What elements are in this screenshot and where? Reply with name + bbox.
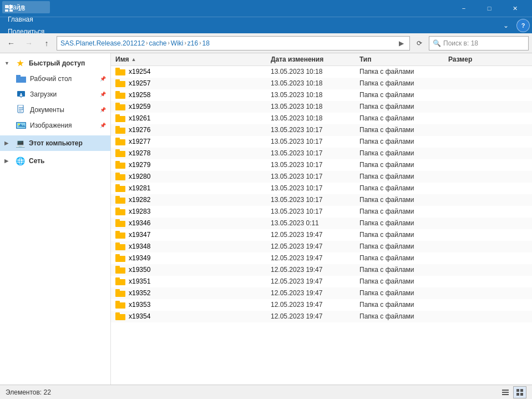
folder-icon xyxy=(115,68,125,75)
folder-icon xyxy=(115,103,125,110)
file-name-text: x19279 xyxy=(129,161,150,169)
forward-button[interactable]: → xyxy=(21,36,37,51)
table-row[interactable]: x19283 13.05.2023 10:17 Папка с файлами xyxy=(111,206,532,218)
table-row[interactable]: x19348 12.05.2023 19:47 Папка с файлами xyxy=(111,241,532,252)
file-type-cell: Папка с файлами xyxy=(359,277,448,285)
up-button[interactable]: ↑ xyxy=(39,36,54,51)
table-row[interactable]: x19346 13.05.2023 0:11 Папка с файлами xyxy=(111,218,532,229)
column-type[interactable]: Тип xyxy=(359,55,448,63)
file-date-cell: 13.05.2023 10:17 xyxy=(271,184,359,192)
sidebar-item-рабочий-стол[interactable]: Рабочий стол📌 xyxy=(0,71,110,87)
detail-view-button[interactable] xyxy=(513,386,526,398)
menu-right: ⌄ ? xyxy=(498,19,530,32)
file-name-text: x19349 xyxy=(129,254,150,262)
svg-rect-22 xyxy=(520,393,523,396)
refresh-button[interactable]: ⟳ xyxy=(412,36,427,50)
minimize-button[interactable]: − xyxy=(451,0,477,17)
search-icon: 🔍 xyxy=(433,39,441,47)
table-row[interactable]: x19349 12.05.2023 19:47 Папка с файлами xyxy=(111,252,532,264)
file-type-cell: Папка с файлами xyxy=(359,114,448,122)
file-name-cell: x19281 xyxy=(115,184,271,192)
maximize-button[interactable]: □ xyxy=(477,0,502,17)
folder-icon xyxy=(115,277,125,285)
column-date[interactable]: Дата изменения xyxy=(271,55,359,63)
table-row[interactable]: x19278 13.05.2023 10:17 Папка с файлами xyxy=(111,148,532,159)
table-row[interactable]: x19352 12.05.2023 19:47 Папка с файлами xyxy=(111,287,532,299)
folder-icon xyxy=(115,289,125,297)
column-name-label: Имя xyxy=(115,55,129,63)
file-type-cell: Папка с файлами xyxy=(359,243,448,250)
this-pc-toggle: ▶ xyxy=(4,140,13,146)
file-name-cell: x19354 xyxy=(115,312,271,320)
file-name-cell: x19278 xyxy=(115,149,271,157)
file-name-cell: x19259 xyxy=(115,103,271,110)
network-icon: 🌐 xyxy=(14,155,26,166)
address-path[interactable]: SAS.Planet.Release.201212 › cache › Wiki… xyxy=(57,36,410,50)
file-date-cell: 13.05.2023 0:11 xyxy=(271,219,359,227)
file-type-cell: Папка с файлами xyxy=(359,301,448,309)
quick-access-header[interactable]: ▼ ★ Быстрый доступ xyxy=(0,55,110,71)
search-box[interactable]: 🔍 Поиск в: 18 xyxy=(429,36,529,50)
network-header[interactable]: ▶ 🌐 Сеть xyxy=(0,153,110,169)
column-name[interactable]: Имя ▲ xyxy=(115,55,271,63)
table-row[interactable]: x19282 13.05.2023 10:17 Папка с файлами xyxy=(111,194,532,206)
file-name-cell: x19279 xyxy=(115,161,271,169)
sidebar-item-изображения[interactable]: Изображения📌 xyxy=(0,118,110,133)
folder-icon xyxy=(115,301,125,309)
table-row[interactable]: x19258 13.05.2023 10:18 Папка с файлами xyxy=(111,89,532,101)
file-type-cell: Папка с файлами xyxy=(359,196,448,204)
file-type-cell: Папка с файлами xyxy=(359,208,448,215)
table-row[interactable]: x19354 12.05.2023 19:47 Папка с файлами xyxy=(111,311,532,322)
folder-icon xyxy=(115,91,125,99)
path-segment-sas[interactable]: SAS.Planet.Release.201212 xyxy=(60,39,145,47)
table-row[interactable]: x19280 13.05.2023 10:17 Папка с файлами xyxy=(111,171,532,183)
table-row[interactable]: x19350 12.05.2023 19:47 Папка с файлами xyxy=(111,264,532,276)
path-segment-18[interactable]: 18 xyxy=(202,39,210,47)
file-type-cell: Папка с файлами xyxy=(359,149,448,157)
table-row[interactable]: x19281 13.05.2023 10:17 Папка с файлами xyxy=(111,183,532,194)
column-size[interactable]: Размер xyxy=(448,55,504,63)
svg-rect-19 xyxy=(516,389,519,392)
menu-item-file[interactable]: Файл xyxy=(2,1,50,13)
this-pc-label: Этот компьютер xyxy=(29,139,83,147)
window-title: 18 xyxy=(18,4,451,12)
file-date-cell: 13.05.2023 10:18 xyxy=(271,91,359,99)
menu-item-home[interactable]: Главная xyxy=(2,13,50,26)
path-segment-wiki[interactable]: Wiki xyxy=(171,39,184,47)
file-date-cell: 12.05.2023 19:47 xyxy=(271,289,359,297)
folder-icon xyxy=(115,254,125,262)
help-button[interactable]: ? xyxy=(516,19,530,32)
file-rows-container: x19254 13.05.2023 10:18 Папка с файлами … xyxy=(111,66,532,322)
file-name-text: x19277 xyxy=(129,138,150,145)
table-row[interactable]: x19261 13.05.2023 10:18 Папка с файлами xyxy=(111,113,532,124)
file-name-cell: x19350 xyxy=(115,266,271,274)
list-view-button[interactable] xyxy=(499,386,512,398)
table-row[interactable]: x19257 13.05.2023 10:18 Папка с файлами xyxy=(111,78,532,89)
table-row[interactable]: x19254 13.05.2023 10:18 Папка с файлами xyxy=(111,66,532,78)
svg-rect-16 xyxy=(502,390,509,391)
menu-expand[interactable]: ⌄ xyxy=(498,19,514,32)
table-row[interactable]: x19353 12.05.2023 19:47 Папка с файлами xyxy=(111,299,532,311)
file-date-cell: 13.05.2023 10:17 xyxy=(271,208,359,215)
close-button[interactable]: ✕ xyxy=(502,0,528,17)
back-button[interactable]: ← xyxy=(3,36,19,51)
status-bar: Элементов: 22 xyxy=(0,385,532,399)
file-type-cell: Папка с файлами xyxy=(359,184,448,192)
path-history-dropdown[interactable]: ▶ xyxy=(397,39,406,47)
table-row[interactable]: x19276 13.05.2023 10:17 Папка с файлами xyxy=(111,124,532,136)
folder-icon xyxy=(115,266,125,274)
path-segment-cache[interactable]: cache xyxy=(149,39,166,47)
sidebar-item-загрузки[interactable]: Загрузки📌 xyxy=(0,87,110,102)
path-arrow-2: › xyxy=(185,40,186,46)
table-row[interactable]: x19277 13.05.2023 10:17 Папка с файлами xyxy=(111,136,532,148)
path-segment-z16[interactable]: z16 xyxy=(188,39,198,47)
file-type-cell: Папка с файлами xyxy=(359,91,448,99)
sidebar-item-документы[interactable]: Документы📌 xyxy=(0,102,110,118)
table-row[interactable]: x19279 13.05.2023 10:17 Папка с файлами xyxy=(111,159,532,171)
table-row[interactable]: x19351 12.05.2023 19:47 Папка с файлами xyxy=(111,276,532,287)
quick-access-label: Быстрый доступ xyxy=(29,59,85,67)
path-arrow-0: › xyxy=(146,40,148,46)
table-row[interactable]: x19347 12.05.2023 19:47 Папка с файлами xyxy=(111,229,532,241)
table-row[interactable]: x19259 13.05.2023 10:18 Папка с файлами xyxy=(111,101,532,113)
this-pc-header[interactable]: ▶ 💻 Этот компьютер xyxy=(0,135,110,151)
